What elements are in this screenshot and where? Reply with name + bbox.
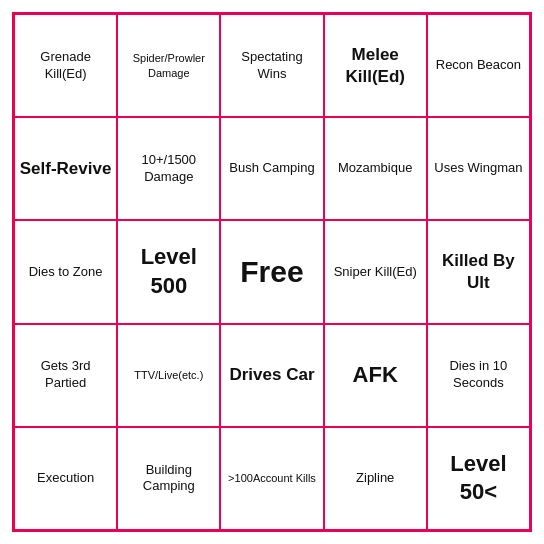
bingo-cell-r1c4: Uses Wingman — [427, 117, 530, 220]
bingo-cell-r0c0: Grenade Kill(Ed) — [14, 14, 117, 117]
bingo-cell-r1c2: Bush Camping — [220, 117, 323, 220]
bingo-cell-r1c0: Self-Revive — [14, 117, 117, 220]
bingo-cell-r4c2: >100Account Kills — [220, 427, 323, 530]
bingo-cell-r4c0: Execution — [14, 427, 117, 530]
bingo-cell-r3c1: TTV/Live(etc.) — [117, 324, 220, 427]
bingo-cell-r0c1: Spider/Prowler Damage — [117, 14, 220, 117]
bingo-cell-r4c1: Building Camping — [117, 427, 220, 530]
bingo-cell-r2c2: Free — [220, 220, 323, 323]
bingo-cell-r3c4: Dies in 10 Seconds — [427, 324, 530, 427]
bingo-cell-r0c2: Spectating Wins — [220, 14, 323, 117]
bingo-cell-r2c3: Sniper Kill(Ed) — [324, 220, 427, 323]
bingo-cell-r3c2: Drives Car — [220, 324, 323, 427]
bingo-cell-r2c4: Killed By Ult — [427, 220, 530, 323]
bingo-cell-r4c4: Level 50< — [427, 427, 530, 530]
bingo-cell-r4c3: Zipline — [324, 427, 427, 530]
bingo-cell-r3c3: AFK — [324, 324, 427, 427]
bingo-cell-r0c3: Melee Kill(Ed) — [324, 14, 427, 117]
bingo-cell-r2c0: Dies to Zone — [14, 220, 117, 323]
bingo-cell-r1c3: Mozambique — [324, 117, 427, 220]
bingo-cell-r3c0: Gets 3rd Partied — [14, 324, 117, 427]
bingo-cell-r0c4: Recon Beacon — [427, 14, 530, 117]
bingo-cell-r2c1: Level 500 — [117, 220, 220, 323]
bingo-board: Grenade Kill(Ed)Spider/Prowler DamageSpe… — [12, 12, 532, 532]
bingo-cell-r1c1: 10+/1500 Damage — [117, 117, 220, 220]
